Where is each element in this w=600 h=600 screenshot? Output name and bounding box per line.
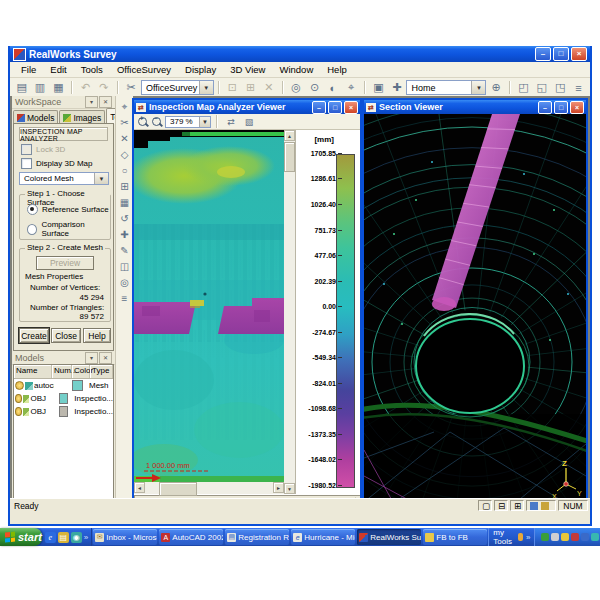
menu-officesurvey[interactable]: OfficeSurvey [110, 64, 178, 75]
print-icon[interactable]: ▦ [50, 79, 67, 97]
lasso-tool-icon[interactable]: ○ [117, 163, 133, 178]
chevron-down-icon[interactable]: ▼ [199, 117, 210, 127]
map-horizontal-scrollbar[interactable]: ◄ ► [134, 482, 284, 494]
cascade-icon[interactable]: ◰ [515, 79, 532, 97]
update-tray-icon[interactable] [561, 533, 569, 541]
chevron-down-icon[interactable]: ▼ [471, 81, 485, 94]
redo-icon[interactable]: ↷ [95, 79, 112, 97]
pin-icon[interactable]: ▾ [85, 96, 98, 108]
preview-button[interactable]: Preview [36, 256, 94, 270]
tile-vertical-icon[interactable]: ◳ [551, 79, 568, 97]
layers-tool-icon[interactable]: ◫ [117, 259, 133, 274]
map-analyzer-titlebar[interactable]: ⇄ Inspection Map Analyzer Viewer – □ × [134, 100, 360, 114]
scrollbar-thumb[interactable] [284, 142, 295, 172]
pin-icon[interactable]: ▾ [85, 352, 98, 364]
help-button[interactable]: Help [83, 328, 111, 343]
shield-tray-icon[interactable] [541, 533, 549, 541]
zoom-out-icon[interactable]: − [151, 116, 163, 128]
minimize-icon[interactable]: – [538, 101, 552, 114]
workspace-panel-titlebar[interactable]: WorkSpace ▾ ✕ [12, 96, 115, 109]
maximize-icon[interactable]: □ [553, 47, 569, 61]
close-icon[interactable]: ✕ [99, 96, 112, 108]
window-list-icon[interactable]: ≡ [570, 79, 587, 97]
select-tool-icon[interactable]: ⌖ [117, 99, 133, 114]
volume-tray-icon[interactable] [591, 533, 599, 541]
minimize-icon[interactable]: – [312, 101, 326, 114]
radio-icon[interactable] [27, 224, 37, 235]
delete-icon[interactable]: ✕ [260, 79, 277, 97]
pan-tool-icon[interactable]: ✚ [117, 227, 133, 242]
taskbar-button-realworks[interactable]: RealWorks Survey [357, 529, 421, 545]
media-icon[interactable]: ◉ [71, 532, 82, 543]
chevron-down-icon[interactable]: ▼ [199, 81, 213, 94]
menu-window[interactable]: Window [272, 64, 320, 75]
reference-surface-radio[interactable]: Reference Surface [27, 204, 109, 215]
chevron-more-icon[interactable]: » [526, 533, 530, 542]
minimize-icon[interactable]: – [535, 47, 551, 61]
tile-horizontal-icon[interactable]: ◱ [533, 79, 550, 97]
undo-icon[interactable]: ↶ [77, 79, 94, 97]
swap-view-icon[interactable]: ⇄ [223, 114, 239, 129]
inspection-map-canvas[interactable]: 1 000.00 mm [134, 130, 284, 482]
window-minimize-icon[interactable]: ⊟ [494, 500, 508, 511]
start-button[interactable]: start [0, 528, 42, 546]
delete-tool-icon[interactable]: ✕ [117, 131, 133, 146]
chevron-more-icon[interactable]: » [84, 533, 88, 542]
pick-icon[interactable]: ⌖ [343, 79, 360, 97]
zoom-in-icon[interactable]: + [137, 116, 149, 128]
zoom-icon[interactable]: ⊙ [306, 79, 323, 97]
add-icon[interactable]: ✚ [388, 79, 405, 97]
visibility-icon[interactable] [15, 407, 22, 416]
save-icon[interactable]: ▥ [31, 79, 48, 97]
menu-edit[interactable]: Edit [43, 64, 73, 75]
radio-icon[interactable] [27, 204, 38, 215]
scroll-right-icon[interactable]: ► [273, 482, 284, 493]
tool-icon[interactable] [518, 533, 523, 541]
grid-icon[interactable]: ⊞ [242, 79, 259, 97]
target-icon[interactable]: ◎ [288, 79, 305, 97]
mesh-type-combo[interactable]: Colored Mesh ▼ [19, 172, 109, 185]
mesh-tool-icon[interactable]: ▦ [117, 195, 133, 210]
lock-3d-checkbox[interactable]: Lock 3D [21, 144, 65, 155]
settings-icon[interactable]: ▧ [241, 114, 257, 129]
checkbox-icon[interactable] [21, 158, 32, 169]
antivirus-tray-icon[interactable] [571, 533, 579, 541]
survey-mode-combo[interactable]: OfficeSurvey ▼ [141, 80, 214, 95]
display-3d-map-checkbox[interactable]: Display 3D Map [21, 158, 92, 169]
fit-view-icon[interactable]: ⊡ [224, 79, 241, 97]
visibility-icon[interactable] [15, 381, 24, 390]
my-tools-toolbar[interactable]: my Tools » [488, 528, 534, 546]
go-icon[interactable]: ⊕ [487, 79, 504, 97]
maximize-icon[interactable]: □ [328, 101, 342, 114]
home-combo[interactable]: Home ▼ [406, 80, 486, 95]
taskbar-button-fbtofb[interactable]: FB to FB [423, 529, 487, 545]
table-row[interactable]: autocad... Mesh [14, 379, 113, 392]
table-row[interactable]: OBJECT... Inspectio... [14, 392, 113, 405]
target-tool-icon[interactable]: ◎ [117, 275, 133, 290]
close-icon[interactable]: ✕ [99, 352, 112, 364]
rotate-tool-icon[interactable]: ↺ [117, 211, 133, 226]
main-titlebar[interactable]: RealWorks Survey – □ × [10, 46, 590, 62]
map-vertical-scrollbar[interactable]: ▲ ▼ [284, 130, 295, 494]
visibility-icon[interactable] [15, 394, 22, 403]
table-row[interactable]: OBJECT... Inspectio... [14, 405, 113, 418]
open-icon[interactable]: ▤ [13, 79, 30, 97]
cut-icon[interactable]: ✂ [123, 79, 140, 97]
taskbar-button-autocad[interactable]: A AutoCAD 2002 [159, 529, 223, 545]
menu-file[interactable]: File [14, 64, 43, 75]
contrast-icon[interactable]: ◐ [324, 79, 341, 97]
close-icon[interactable]: × [344, 101, 358, 114]
checkbox-icon[interactable] [21, 144, 32, 155]
zoom-level-combo[interactable]: 379 % ▼ [165, 116, 211, 128]
column-type[interactable]: Type [90, 365, 113, 378]
scroll-down-icon[interactable]: ▼ [284, 483, 295, 494]
column-num[interactable]: Num... [52, 365, 72, 378]
cut-tool-icon[interactable]: ✂ [117, 115, 133, 130]
column-color[interactable]: Color [72, 365, 90, 378]
close-icon[interactable]: × [570, 101, 584, 114]
menu-display[interactable]: Display [178, 64, 223, 75]
scroll-left-icon[interactable]: ◄ [134, 482, 145, 493]
taskbar-button-inbox[interactable]: ✉ Inbox - Microsof... [93, 529, 157, 545]
scroll-up-icon[interactable]: ▲ [284, 130, 295, 141]
scrollbar-thumb[interactable] [159, 482, 197, 496]
